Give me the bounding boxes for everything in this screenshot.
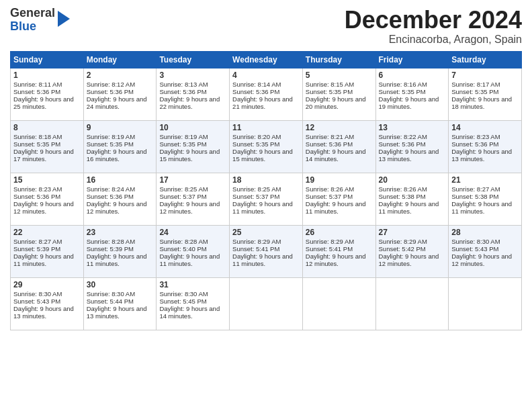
calendar-cell: 7Sunrise: 8:17 AMSunset: 5:35 PMDaylight… [449,68,522,120]
daylight-text: Daylight: 9 hours and 12 minutes. [159,200,220,215]
daylight-text: Daylight: 9 hours and 15 minutes. [159,148,220,163]
day-number: 30 [87,280,154,289]
sunrise-text: Sunrise: 8:12 AM [87,81,135,88]
day-number: 9 [87,123,154,132]
calendar-body: 1Sunrise: 8:11 AMSunset: 5:36 PMDaylight… [11,68,522,330]
calendar-cell: 3Sunrise: 8:13 AMSunset: 5:36 PMDaylight… [157,68,230,120]
day-number: 8 [13,123,81,132]
calendar-week-5: 29Sunrise: 8:30 AMSunset: 5:43 PMDayligh… [11,277,522,330]
header-day-friday: Friday [375,51,449,68]
calendar-cell [375,277,449,330]
day-number: 29 [13,280,81,289]
calendar-cell [449,277,522,330]
calendar-cell: 2Sunrise: 8:12 AMSunset: 5:36 PMDaylight… [83,68,157,120]
sunrise-text: Sunrise: 8:15 AM [306,81,354,88]
day-number: 15 [13,175,81,185]
sunrise-text: Sunrise: 8:30 AM [159,290,208,298]
day-number: 24 [159,228,226,237]
day-number: 28 [451,228,519,237]
sunset-text: Sunset: 5:35 PM [13,140,60,148]
day-number: 27 [379,228,446,237]
sunset-text: Sunset: 5:35 PM [379,88,426,95]
sunset-text: Sunset: 5:41 PM [306,245,353,253]
daylight-text: Daylight: 9 hours and 25 minutes. [13,95,74,110]
calendar-cell: 20Sunrise: 8:26 AMSunset: 5:38 PMDayligh… [375,173,449,225]
calendar-cell: 8Sunrise: 8:18 AMSunset: 5:35 PMDaylight… [11,120,84,173]
day-number: 31 [159,280,226,289]
sunrise-text: Sunrise: 8:18 AM [13,133,62,140]
sunset-text: Sunset: 5:36 PM [306,140,353,148]
calendar-table: SundayMondayTuesdayWednesdayThursdayFrid… [10,51,522,330]
sunrise-text: Sunrise: 8:28 AM [159,238,208,245]
calendar-cell: 1Sunrise: 8:11 AMSunset: 5:36 PMDaylight… [11,68,84,120]
daylight-text: Daylight: 9 hours and 21 minutes. [232,95,293,110]
day-number: 7 [451,71,519,80]
calendar-cell: 25Sunrise: 8:29 AMSunset: 5:41 PMDayligh… [230,225,303,277]
sunset-text: Sunset: 5:45 PM [159,298,206,305]
sunset-text: Sunset: 5:37 PM [232,193,279,200]
logo: General Blue [10,7,70,34]
sunrise-text: Sunrise: 8:23 AM [13,185,62,193]
daylight-text: Daylight: 9 hours and 18 minutes. [451,95,512,110]
calendar-cell: 10Sunrise: 8:19 AMSunset: 5:35 PMDayligh… [157,120,230,173]
sunset-text: Sunset: 5:43 PM [13,298,60,305]
sunrise-text: Sunrise: 8:29 AM [379,238,427,245]
calendar-header-row: SundayMondayTuesdayWednesdayThursdayFrid… [11,51,522,68]
daylight-text: Daylight: 9 hours and 15 minutes. [232,148,293,163]
sunrise-text: Sunrise: 8:22 AM [379,133,427,140]
sunset-text: Sunset: 5:42 PM [379,245,426,253]
calendar-cell: 29Sunrise: 8:30 AMSunset: 5:43 PMDayligh… [11,277,84,330]
daylight-text: Daylight: 9 hours and 24 minutes. [87,95,147,110]
sunrise-text: Sunrise: 8:30 AM [87,290,135,298]
daylight-text: Daylight: 9 hours and 22 minutes. [159,95,220,110]
daylight-text: Daylight: 9 hours and 14 minutes. [159,305,220,320]
sunrise-text: Sunrise: 8:24 AM [87,185,135,193]
sunset-text: Sunset: 5:36 PM [379,140,426,148]
sunset-text: Sunset: 5:36 PM [87,88,134,95]
day-number: 2 [87,71,154,80]
calendar-cell: 12Sunrise: 8:21 AMSunset: 5:36 PMDayligh… [302,120,375,173]
calendar-week-3: 15Sunrise: 8:23 AMSunset: 5:36 PMDayligh… [11,173,522,225]
daylight-text: Daylight: 9 hours and 11 minutes. [159,253,220,267]
day-number: 25 [232,228,300,237]
sunrise-text: Sunrise: 8:26 AM [306,185,354,193]
sunset-text: Sunset: 5:44 PM [87,298,134,305]
day-number: 14 [451,123,519,132]
header-day-thursday: Thursday [302,51,375,68]
day-number: 23 [87,228,154,237]
daylight-text: Daylight: 9 hours and 12 minutes. [379,253,439,267]
sunrise-text: Sunrise: 8:25 AM [232,185,281,193]
calendar-cell: 4Sunrise: 8:14 AMSunset: 5:36 PMDaylight… [230,68,303,120]
logo-blue: Blue [10,19,36,33]
sunrise-text: Sunrise: 8:17 AM [451,81,500,88]
day-number: 22 [13,228,81,237]
calendar-cell: 14Sunrise: 8:23 AMSunset: 5:36 PMDayligh… [449,120,522,173]
calendar-cell: 28Sunrise: 8:30 AMSunset: 5:43 PMDayligh… [449,225,522,277]
header: General Blue December 2024 Encinacorba, … [10,7,522,46]
daylight-text: Daylight: 9 hours and 13 minutes. [451,148,512,163]
sunset-text: Sunset: 5:36 PM [87,193,134,200]
sunset-text: Sunset: 5:35 PM [87,140,134,148]
calendar-cell: 22Sunrise: 8:27 AMSunset: 5:39 PMDayligh… [11,225,84,277]
day-number: 18 [232,175,300,185]
header-day-saturday: Saturday [449,51,522,68]
calendar-cell: 9Sunrise: 8:19 AMSunset: 5:35 PMDaylight… [83,120,157,173]
daylight-text: Daylight: 9 hours and 11 minutes. [13,253,74,267]
sunrise-text: Sunrise: 8:27 AM [451,185,500,193]
day-number: 13 [379,123,446,132]
daylight-text: Daylight: 9 hours and 13 minutes. [379,148,439,163]
calendar-cell: 13Sunrise: 8:22 AMSunset: 5:36 PMDayligh… [375,120,449,173]
sunrise-text: Sunrise: 8:21 AM [306,133,354,140]
sunrise-text: Sunrise: 8:29 AM [306,238,354,245]
daylight-text: Daylight: 9 hours and 16 minutes. [87,148,147,163]
logo-arrow-icon [58,11,70,27]
calendar-cell: 30Sunrise: 8:30 AMSunset: 5:44 PMDayligh… [83,277,157,330]
header-day-monday: Monday [83,51,157,68]
calendar-cell: 26Sunrise: 8:29 AMSunset: 5:41 PMDayligh… [302,225,375,277]
sunrise-text: Sunrise: 8:19 AM [159,133,208,140]
calendar-cell: 5Sunrise: 8:15 AMSunset: 5:35 PMDaylight… [302,68,375,120]
calendar-cell: 24Sunrise: 8:28 AMSunset: 5:40 PMDayligh… [157,225,230,277]
sunrise-text: Sunrise: 8:19 AM [87,133,135,140]
daylight-text: Daylight: 9 hours and 11 minutes. [87,253,147,267]
sunset-text: Sunset: 5:39 PM [13,245,60,253]
